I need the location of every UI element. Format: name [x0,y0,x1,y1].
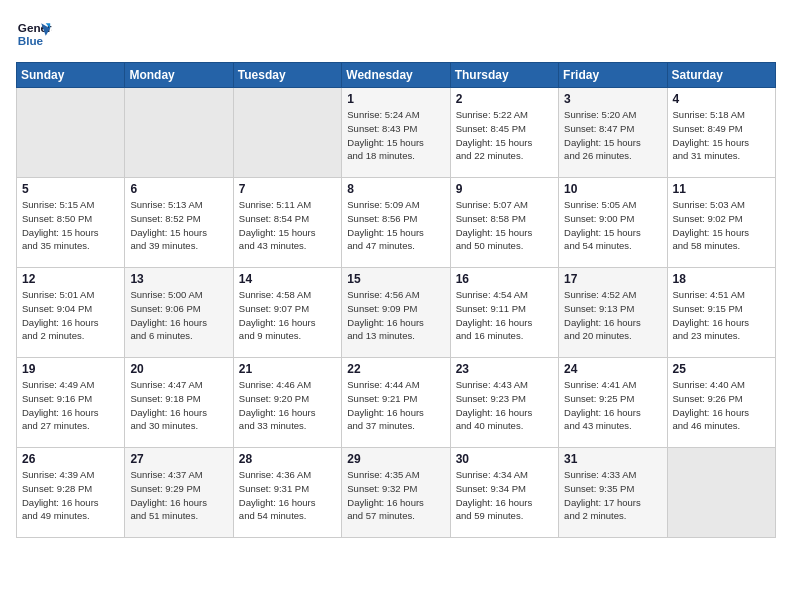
weekday-header-tuesday: Tuesday [233,63,341,88]
day-number: 26 [22,452,119,466]
day-number: 14 [239,272,336,286]
day-number: 25 [673,362,770,376]
day-number: 28 [239,452,336,466]
calendar-cell: 7Sunrise: 5:11 AM Sunset: 8:54 PM Daylig… [233,178,341,268]
calendar-cell: 4Sunrise: 5:18 AM Sunset: 8:49 PM Daylig… [667,88,775,178]
cell-info: Sunrise: 5:01 AM Sunset: 9:04 PM Dayligh… [22,288,119,343]
calendar-cell: 8Sunrise: 5:09 AM Sunset: 8:56 PM Daylig… [342,178,450,268]
calendar-cell: 1Sunrise: 5:24 AM Sunset: 8:43 PM Daylig… [342,88,450,178]
cell-info: Sunrise: 4:36 AM Sunset: 9:31 PM Dayligh… [239,468,336,523]
cell-info: Sunrise: 4:51 AM Sunset: 9:15 PM Dayligh… [673,288,770,343]
cell-info: Sunrise: 4:46 AM Sunset: 9:20 PM Dayligh… [239,378,336,433]
weekday-header-row: SundayMondayTuesdayWednesdayThursdayFrid… [17,63,776,88]
calendar-cell: 15Sunrise: 4:56 AM Sunset: 9:09 PM Dayli… [342,268,450,358]
cell-info: Sunrise: 5:22 AM Sunset: 8:45 PM Dayligh… [456,108,553,163]
page-header: General Blue [16,16,776,52]
cell-info: Sunrise: 5:13 AM Sunset: 8:52 PM Dayligh… [130,198,227,253]
day-number: 9 [456,182,553,196]
cell-info: Sunrise: 4:43 AM Sunset: 9:23 PM Dayligh… [456,378,553,433]
calendar-week-row: 5Sunrise: 5:15 AM Sunset: 8:50 PM Daylig… [17,178,776,268]
logo-icon: General Blue [16,16,52,52]
cell-info: Sunrise: 5:11 AM Sunset: 8:54 PM Dayligh… [239,198,336,253]
day-number: 13 [130,272,227,286]
day-number: 17 [564,272,661,286]
weekday-header-friday: Friday [559,63,667,88]
calendar-cell: 21Sunrise: 4:46 AM Sunset: 9:20 PM Dayli… [233,358,341,448]
day-number: 4 [673,92,770,106]
cell-info: Sunrise: 5:09 AM Sunset: 8:56 PM Dayligh… [347,198,444,253]
day-number: 29 [347,452,444,466]
day-number: 30 [456,452,553,466]
day-number: 5 [22,182,119,196]
cell-info: Sunrise: 4:37 AM Sunset: 9:29 PM Dayligh… [130,468,227,523]
day-number: 27 [130,452,227,466]
calendar-week-row: 19Sunrise: 4:49 AM Sunset: 9:16 PM Dayli… [17,358,776,448]
calendar-cell: 30Sunrise: 4:34 AM Sunset: 9:34 PM Dayli… [450,448,558,538]
calendar-cell: 31Sunrise: 4:33 AM Sunset: 9:35 PM Dayli… [559,448,667,538]
day-number: 3 [564,92,661,106]
day-number: 21 [239,362,336,376]
cell-info: Sunrise: 5:18 AM Sunset: 8:49 PM Dayligh… [673,108,770,163]
calendar-cell: 23Sunrise: 4:43 AM Sunset: 9:23 PM Dayli… [450,358,558,448]
calendar-cell: 6Sunrise: 5:13 AM Sunset: 8:52 PM Daylig… [125,178,233,268]
calendar-cell: 22Sunrise: 4:44 AM Sunset: 9:21 PM Dayli… [342,358,450,448]
calendar-cell: 19Sunrise: 4:49 AM Sunset: 9:16 PM Dayli… [17,358,125,448]
weekday-header-wednesday: Wednesday [342,63,450,88]
calendar-week-row: 26Sunrise: 4:39 AM Sunset: 9:28 PM Dayli… [17,448,776,538]
day-number: 23 [456,362,553,376]
cell-info: Sunrise: 5:15 AM Sunset: 8:50 PM Dayligh… [22,198,119,253]
calendar-cell: 24Sunrise: 4:41 AM Sunset: 9:25 PM Dayli… [559,358,667,448]
day-number: 6 [130,182,227,196]
day-number: 7 [239,182,336,196]
calendar-cell: 14Sunrise: 4:58 AM Sunset: 9:07 PM Dayli… [233,268,341,358]
calendar-cell: 18Sunrise: 4:51 AM Sunset: 9:15 PM Dayli… [667,268,775,358]
day-number: 16 [456,272,553,286]
cell-info: Sunrise: 5:03 AM Sunset: 9:02 PM Dayligh… [673,198,770,253]
calendar-cell: 2Sunrise: 5:22 AM Sunset: 8:45 PM Daylig… [450,88,558,178]
weekday-header-monday: Monday [125,63,233,88]
cell-info: Sunrise: 4:41 AM Sunset: 9:25 PM Dayligh… [564,378,661,433]
calendar-cell: 3Sunrise: 5:20 AM Sunset: 8:47 PM Daylig… [559,88,667,178]
day-number: 18 [673,272,770,286]
calendar-week-row: 12Sunrise: 5:01 AM Sunset: 9:04 PM Dayli… [17,268,776,358]
day-number: 10 [564,182,661,196]
cell-info: Sunrise: 4:40 AM Sunset: 9:26 PM Dayligh… [673,378,770,433]
cell-info: Sunrise: 4:34 AM Sunset: 9:34 PM Dayligh… [456,468,553,523]
calendar-cell: 28Sunrise: 4:36 AM Sunset: 9:31 PM Dayli… [233,448,341,538]
day-number: 2 [456,92,553,106]
cell-info: Sunrise: 4:58 AM Sunset: 9:07 PM Dayligh… [239,288,336,343]
cell-info: Sunrise: 5:05 AM Sunset: 9:00 PM Dayligh… [564,198,661,253]
weekday-header-saturday: Saturday [667,63,775,88]
cell-info: Sunrise: 5:20 AM Sunset: 8:47 PM Dayligh… [564,108,661,163]
day-number: 11 [673,182,770,196]
calendar-cell [233,88,341,178]
calendar-cell: 10Sunrise: 5:05 AM Sunset: 9:00 PM Dayli… [559,178,667,268]
calendar-cell: 26Sunrise: 4:39 AM Sunset: 9:28 PM Dayli… [17,448,125,538]
day-number: 8 [347,182,444,196]
cell-info: Sunrise: 5:00 AM Sunset: 9:06 PM Dayligh… [130,288,227,343]
logo: General Blue [16,16,52,52]
cell-info: Sunrise: 5:07 AM Sunset: 8:58 PM Dayligh… [456,198,553,253]
day-number: 24 [564,362,661,376]
cell-info: Sunrise: 4:49 AM Sunset: 9:16 PM Dayligh… [22,378,119,433]
calendar-cell [667,448,775,538]
cell-info: Sunrise: 4:56 AM Sunset: 9:09 PM Dayligh… [347,288,444,343]
calendar-cell: 20Sunrise: 4:47 AM Sunset: 9:18 PM Dayli… [125,358,233,448]
day-number: 12 [22,272,119,286]
day-number: 19 [22,362,119,376]
day-number: 20 [130,362,227,376]
svg-text:Blue: Blue [18,34,44,47]
calendar-table: SundayMondayTuesdayWednesdayThursdayFrid… [16,62,776,538]
calendar-cell: 17Sunrise: 4:52 AM Sunset: 9:13 PM Dayli… [559,268,667,358]
calendar-cell: 29Sunrise: 4:35 AM Sunset: 9:32 PM Dayli… [342,448,450,538]
cell-info: Sunrise: 5:24 AM Sunset: 8:43 PM Dayligh… [347,108,444,163]
calendar-header: SundayMondayTuesdayWednesdayThursdayFrid… [17,63,776,88]
calendar-cell: 9Sunrise: 5:07 AM Sunset: 8:58 PM Daylig… [450,178,558,268]
day-number: 1 [347,92,444,106]
calendar-cell [125,88,233,178]
day-number: 15 [347,272,444,286]
calendar-cell: 12Sunrise: 5:01 AM Sunset: 9:04 PM Dayli… [17,268,125,358]
weekday-header-thursday: Thursday [450,63,558,88]
calendar-cell: 25Sunrise: 4:40 AM Sunset: 9:26 PM Dayli… [667,358,775,448]
day-number: 22 [347,362,444,376]
